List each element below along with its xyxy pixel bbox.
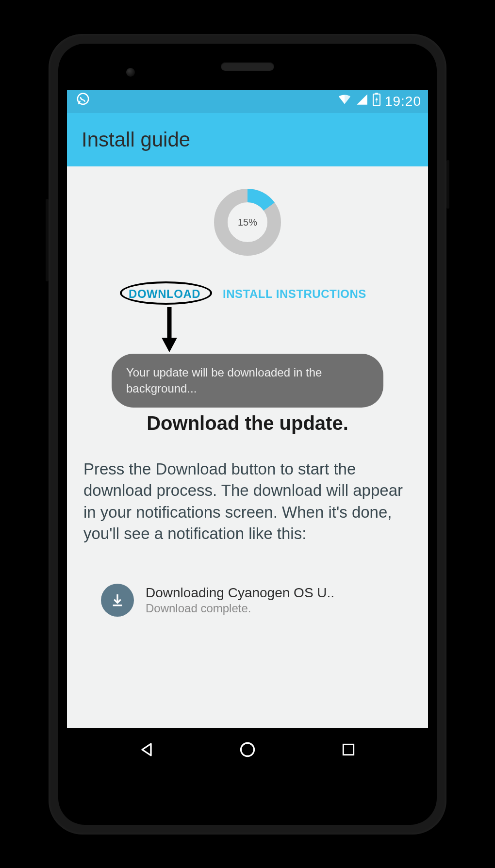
app-bar: Install guide bbox=[67, 113, 428, 166]
progress-percent-label: 15% bbox=[238, 216, 257, 228]
download-icon bbox=[101, 584, 134, 617]
status-bar: 19:20 bbox=[67, 90, 428, 113]
notification-subtitle: Download complete. bbox=[146, 602, 334, 615]
front-camera bbox=[126, 68, 135, 77]
navigation-bar bbox=[67, 728, 428, 771]
instruction-text: Press the Download button to start the d… bbox=[82, 459, 413, 545]
whatsapp-notification-icon bbox=[76, 92, 90, 110]
notification-example: Downloading Cyanogen OS U.. Download com… bbox=[101, 584, 334, 617]
toast-message: Your update will be downloaded in the ba… bbox=[112, 354, 383, 408]
section-headline: Download the update. bbox=[147, 412, 348, 434]
earpiece-speaker bbox=[221, 62, 274, 71]
battery-charging-icon bbox=[372, 93, 381, 110]
back-button[interactable] bbox=[132, 735, 161, 764]
tab-install-instructions[interactable]: INSTALL INSTRUCTIONS bbox=[219, 285, 370, 303]
tab-download[interactable]: DOWNLOAD bbox=[125, 285, 204, 303]
page-title: Install guide bbox=[82, 128, 190, 151]
download-progress-ring: 15% bbox=[211, 186, 284, 259]
power-button bbox=[446, 160, 449, 209]
recents-button[interactable] bbox=[334, 735, 363, 764]
volume-rocker bbox=[46, 199, 49, 281]
phone-frame: 19:20 Install guide 15% bbox=[49, 34, 446, 835]
phone-bezel: 19:20 Install guide 15% bbox=[58, 44, 437, 825]
svg-point-8 bbox=[241, 743, 254, 756]
phone-bottom-bezel bbox=[58, 771, 437, 825]
wifi-icon bbox=[337, 94, 352, 109]
svg-rect-2 bbox=[375, 93, 378, 95]
status-bar-clock: 19:20 bbox=[385, 94, 421, 109]
tab-row: DOWNLOAD INSTALL INSTRUCTIONS bbox=[125, 285, 370, 303]
phone-top-bezel bbox=[58, 44, 437, 90]
screen: 19:20 Install guide 15% bbox=[67, 90, 428, 728]
cellular-signal-icon bbox=[356, 94, 368, 109]
notification-title: Downloading Cyanogen OS U.. bbox=[146, 585, 334, 601]
annotation-arrow-icon bbox=[160, 305, 179, 353]
home-button[interactable] bbox=[233, 735, 262, 764]
content-area: 15% DOWNLOAD INSTALL INSTRUCTIONS Your u… bbox=[67, 166, 428, 728]
svg-rect-9 bbox=[343, 744, 353, 754]
